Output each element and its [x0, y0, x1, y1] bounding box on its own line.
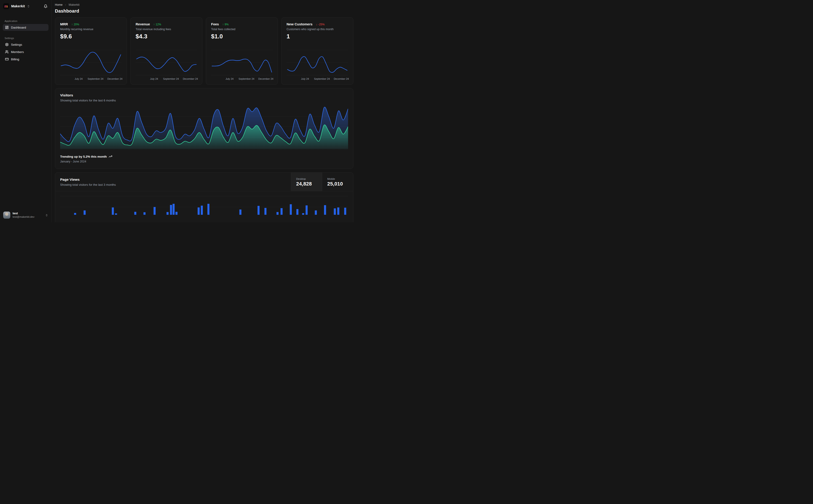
- stat-delta-badge: ↑9%: [222, 23, 229, 26]
- logo-letter: m: [4, 4, 8, 8]
- x-tick-label: September 24: [239, 77, 254, 80]
- stat-subtitle: Monthly recurring revenue: [60, 28, 122, 31]
- fees-sparkline-chart: [211, 50, 273, 75]
- x-tick-label: December 24: [258, 77, 273, 80]
- stat-value: 1: [287, 33, 348, 40]
- stat-title: MRR: [60, 22, 68, 26]
- sparkline-x-axis: July 24 September 24 December 24: [60, 77, 122, 82]
- page-views-subtitle: Showing total visitors for the last 3 mo…: [60, 183, 286, 186]
- x-tick-label: September 24: [314, 77, 330, 80]
- mobile-toggle-button[interactable]: Mobile 25,010: [322, 172, 353, 191]
- stat-card-revenue: Revenue ↑12% Total revenue including fee…: [130, 17, 202, 85]
- sparkline-x-axis: July 24 September 24 December 24: [211, 77, 273, 82]
- arrow-down-icon: ↓: [316, 23, 317, 26]
- sidebar-item-label: Settings: [11, 43, 22, 46]
- sidebar-item-dashboard[interactable]: Dashboard: [3, 24, 48, 31]
- x-tick-label: July 24: [74, 77, 82, 80]
- sidebar-item-label: Dashboard: [11, 26, 26, 29]
- arrow-up-icon: ↑: [222, 23, 224, 26]
- breadcrumb-current: Makerkit: [69, 3, 79, 6]
- stat-title: Revenue: [136, 22, 150, 26]
- sidebar: m Makerkit Application Dashboard Setting…: [0, 0, 51, 222]
- page-views-header: Page Views Showing total visitors for th…: [55, 172, 353, 191]
- visitors-title: Visitors: [60, 93, 348, 97]
- user-email: test@makerkit.dev: [13, 215, 34, 218]
- sidebar-item-label: Billing: [11, 58, 19, 61]
- page-views-title: Page Views: [60, 178, 286, 182]
- x-tick-label: December 24: [334, 77, 349, 80]
- stat-title: New Customers: [287, 22, 312, 26]
- settings-icon: [5, 43, 9, 46]
- sparkline-x-axis: July 24 September 24 December 24: [287, 77, 348, 82]
- stat-value: $1.0: [211, 33, 273, 40]
- stat-delta-badge: ↑20%: [71, 23, 79, 26]
- stat-subtitle: Total fees collected: [211, 28, 273, 31]
- sidebar-item-settings[interactable]: Settings: [3, 41, 48, 48]
- desktop-value: 24,828: [296, 181, 317, 187]
- breadcrumb-home-link[interactable]: Home: [55, 3, 62, 6]
- workspace-name: Makerkit: [11, 4, 25, 8]
- stat-card-fees: Fees ↑9% Total fees collected $1.0 July …: [206, 17, 278, 85]
- page-views-card: Page Views Showing total visitors for th…: [55, 172, 353, 222]
- chevron-right-icon: [64, 4, 67, 6]
- page-views-bar-chart: [60, 192, 348, 215]
- visitors-card: Visitors Showing total visitors for the …: [55, 88, 353, 169]
- x-tick-label: July 24: [226, 77, 234, 80]
- chevrons-up-down-icon: [27, 5, 30, 8]
- members-icon: [5, 50, 9, 54]
- device-toggle-group: Desktop 24,828 Mobile 25,010: [291, 172, 353, 191]
- visitors-subtitle: Showing total visitors for the last 6 mo…: [60, 99, 348, 102]
- stat-subtitle: Customers who signed up this month: [287, 28, 348, 31]
- sparkline-x-axis: July 24 September 24 December 24: [136, 77, 197, 82]
- sidebar-item-members[interactable]: Members: [3, 48, 48, 55]
- dashboard-icon: [5, 26, 9, 29]
- desktop-label: Desktop: [296, 178, 317, 180]
- mobile-value: 25,010: [327, 181, 348, 187]
- stat-title: Fees: [211, 22, 219, 26]
- main-content: Home Makerkit Dashboard MRR ↑20% Monthly…: [51, 0, 359, 222]
- notifications-bell-icon[interactable]: [43, 4, 48, 9]
- breadcrumb: Home Makerkit: [55, 2, 353, 6]
- mobile-label: Mobile: [327, 178, 348, 180]
- arrow-up-icon: ↑: [71, 23, 73, 26]
- section-label-settings: Settings: [5, 37, 47, 40]
- stat-card-mrr: MRR ↑20% Monthly recurring revenue $9.6 …: [55, 17, 127, 85]
- x-tick-label: September 24: [163, 77, 179, 80]
- desktop-toggle-button[interactable]: Desktop 24,828: [291, 172, 322, 191]
- stat-cards-row: MRR ↑20% Monthly recurring revenue $9.6 …: [55, 17, 353, 85]
- trend-text: Trending up by 5.2% this month: [60, 155, 107, 158]
- stat-value: $9.6: [60, 33, 122, 40]
- x-tick-label: July 24: [150, 77, 158, 80]
- sidebar-item-billing[interactable]: Billing: [3, 56, 48, 63]
- billing-icon: [5, 57, 9, 61]
- section-label-application: Application: [5, 20, 47, 22]
- visitors-area-chart: [60, 106, 348, 149]
- stat-card-new-customers: New Customers ↓-25% Customers who signed…: [281, 17, 353, 85]
- user-name: test: [13, 212, 34, 215]
- sidebar-nav: Application Dashboard Settings Settings …: [3, 20, 48, 63]
- x-tick-label: September 24: [88, 77, 103, 80]
- stat-value: $4.3: [136, 33, 197, 40]
- revenue-sparkline-chart: [136, 50, 197, 75]
- mrr-sparkline-chart: [60, 50, 122, 75]
- stat-subtitle: Total revenue including fees: [136, 28, 197, 31]
- arrow-up-icon: ↑: [153, 23, 155, 26]
- workspace-selector[interactable]: m Makerkit: [3, 3, 48, 10]
- stat-delta-badge: ↓-25%: [316, 23, 325, 26]
- user-menu[interactable]: test test@makerkit.dev: [3, 211, 48, 220]
- trending-up-icon: [109, 155, 112, 158]
- makerkit-logo: m: [3, 3, 9, 9]
- trend-date-range: January - June 2024: [60, 160, 348, 163]
- page-title: Dashboard: [55, 8, 353, 14]
- x-tick-label: December 24: [183, 77, 198, 80]
- chevrons-up-down-icon: [45, 214, 48, 217]
- x-tick-label: December 24: [107, 77, 122, 80]
- sidebar-item-label: Members: [11, 50, 24, 54]
- new-customers-sparkline-chart: [287, 50, 348, 75]
- stat-delta-badge: ↑12%: [153, 23, 161, 26]
- x-tick-label: July 24: [301, 77, 309, 80]
- avatar: [3, 212, 10, 219]
